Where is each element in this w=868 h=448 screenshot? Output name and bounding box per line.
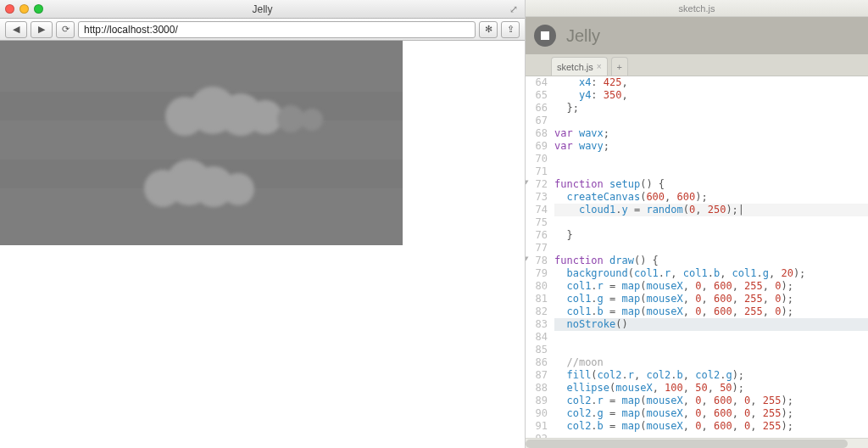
reload-button[interactable]: ⟳ <box>56 21 75 38</box>
line-number: 90 <box>526 407 548 420</box>
code-line[interactable]: y4: 350, <box>554 89 868 102</box>
code-line[interactable]: noStroke() <box>554 318 868 331</box>
line-number: 86 <box>526 356 548 369</box>
line-number: 80 <box>526 280 548 293</box>
close-icon[interactable]: × <box>597 62 602 71</box>
line-number: 71 <box>526 165 548 178</box>
code-line[interactable]: col1.b = map(mouseX, 0, 600, 255, 0); <box>554 305 868 318</box>
code-line[interactable]: col2.r = map(mouseX, 0, 600, 0, 255); <box>554 395 868 407</box>
code-line[interactable] <box>554 216 868 229</box>
code-line[interactable]: fill(col2.r, col2.b, col2.g); <box>554 369 868 382</box>
line-number: 82 <box>526 305 548 318</box>
browser-titlebar[interactable]: Jelly ⤢ <box>0 0 525 19</box>
browser-toolbar: ◀ ▶ ⟳ http://localhost:3000/ ✻ ⇪ <box>0 19 525 41</box>
code-line[interactable]: function draw() { <box>554 255 868 267</box>
code-line[interactable]: function setup() { <box>554 178 868 191</box>
window-close-icon[interactable] <box>5 4 14 14</box>
editor-window: sketch.js Jelly sketch.js × + 6465666768… <box>526 0 868 448</box>
code-line[interactable]: col2.g = map(mouseX, 0, 600, 0, 255); <box>554 407 868 420</box>
code-line[interactable]: createCanvas(600, 600); <box>554 191 868 204</box>
code-line[interactable]: col2.b = map(mouseX, 0, 600, 0, 255); <box>554 420 868 433</box>
code-line[interactable]: col1.g = map(mouseX, 0, 600, 255, 0); <box>554 293 868 305</box>
source[interactable]: x4: 425, y4: 350, };var wavx;var wavy;fu… <box>551 76 868 438</box>
code-line[interactable] <box>554 344 868 356</box>
line-number: 81 <box>526 293 548 305</box>
browser-title: Jelly <box>0 3 525 15</box>
line-number: 76 <box>526 229 548 242</box>
scrollbar-thumb[interactable] <box>526 440 848 448</box>
line-number: 79 <box>526 267 548 280</box>
add-tab-button[interactable]: + <box>611 57 628 76</box>
line-number: 65 <box>526 89 548 102</box>
editor-header: Jelly <box>526 17 868 54</box>
line-number: 69 <box>526 140 548 153</box>
editor-tabs: sketch.js × + <box>526 54 868 76</box>
code-line[interactable]: cloud1.y = random(0, 250);| <box>554 204 868 216</box>
gear-button[interactable]: ✻ <box>479 21 498 38</box>
stop-button[interactable] <box>534 25 556 47</box>
code-line[interactable]: var wavx; <box>554 127 868 140</box>
tab-sketch[interactable]: sketch.js × <box>551 57 608 76</box>
line-number: 87 <box>526 369 548 382</box>
line-number: 64 <box>526 76 548 89</box>
line-number: 72 <box>526 178 548 191</box>
line-number: 89 <box>526 395 548 407</box>
line-number: 75 <box>526 216 548 229</box>
tab-label: sketch.js <box>557 62 593 72</box>
code-line[interactable] <box>554 165 868 178</box>
line-number: 88 <box>526 382 548 395</box>
code-line[interactable]: col1.r = map(mouseX, 0, 600, 255, 0); <box>554 280 868 293</box>
line-number: 85 <box>526 344 548 356</box>
horizontal-scrollbar[interactable] <box>526 438 868 448</box>
window-minimize-icon[interactable] <box>19 4 29 14</box>
gutter: 6465666768697071727374757677787980818283… <box>526 76 551 438</box>
code-line[interactable]: } <box>554 229 868 242</box>
code-area[interactable]: 6465666768697071727374757677787980818283… <box>526 76 868 438</box>
line-number: 84 <box>526 331 548 344</box>
line-number: 74 <box>526 204 548 216</box>
sketch-canvas[interactable] <box>0 41 403 245</box>
code-line[interactable] <box>554 115 868 127</box>
share-button[interactable]: ⇪ <box>501 21 520 38</box>
line-number: 70 <box>526 153 548 165</box>
code-line[interactable]: ellipse(mouseX, 100, 50, 50); <box>554 382 868 395</box>
browser-window: Jelly ⤢ ◀ ▶ ⟳ http://localhost:3000/ ✻ ⇪ <box>0 0 526 448</box>
line-number: 67 <box>526 115 548 127</box>
traffic-lights <box>5 4 43 14</box>
code-line[interactable]: background(col1.r, col1.b, col1.g, 20); <box>554 267 868 280</box>
code-line[interactable] <box>554 331 868 344</box>
line-number: 91 <box>526 420 548 433</box>
address-bar[interactable]: http://localhost:3000/ <box>78 21 476 38</box>
code-line[interactable] <box>554 242 868 255</box>
line-number: 78 <box>526 255 548 267</box>
code-line[interactable] <box>554 153 868 165</box>
forward-button[interactable]: ▶ <box>31 21 53 38</box>
project-title: Jelly <box>566 26 600 46</box>
back-button[interactable]: ◀ <box>5 21 27 38</box>
fullscreen-icon[interactable]: ⤢ <box>508 3 520 15</box>
code-line[interactable]: }; <box>554 102 868 115</box>
code-line[interactable]: x4: 425, <box>554 76 868 89</box>
code-line[interactable]: //moon <box>554 356 868 369</box>
line-number: 77 <box>526 242 548 255</box>
line-number: 73 <box>526 191 548 204</box>
window-zoom-icon[interactable] <box>34 4 43 14</box>
line-number: 66 <box>526 102 548 115</box>
line-number: 83 <box>526 318 548 331</box>
editor-titlebar[interactable]: sketch.js <box>526 0 868 17</box>
line-number: 68 <box>526 127 548 140</box>
code-line[interactable]: var wavy; <box>554 140 868 153</box>
stop-icon <box>541 31 549 40</box>
